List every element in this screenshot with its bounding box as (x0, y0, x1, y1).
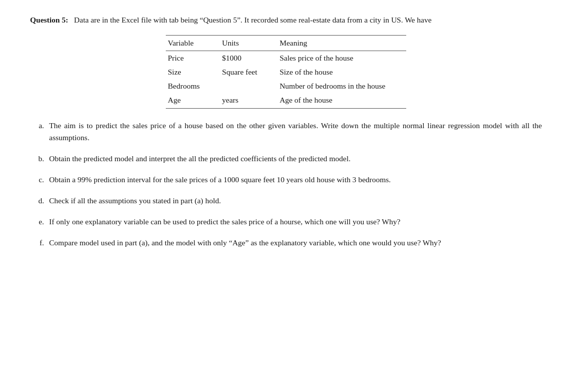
table-row: BedroomsNumber of bedrooms in the house (166, 79, 406, 93)
part-item-a: a.The aim is to predict the sales price … (30, 120, 542, 144)
part-content-2: Obtain a 99% prediction interval for the… (49, 174, 542, 186)
question-label: Question 5: (30, 16, 68, 24)
table-row: SizeSquare feetSize of the house (166, 65, 406, 79)
table-cell-0-2: Sales price of the house (277, 51, 406, 66)
part-label-5: f. (30, 237, 49, 249)
table-cell-2-0: Bedrooms (166, 79, 220, 93)
col-units: Units (220, 36, 277, 51)
table-cell-1-2: Size of the house (277, 65, 406, 79)
part-content-0: The aim is to predict the sales price of… (49, 120, 542, 144)
table-cell-1-0: Size (166, 65, 220, 79)
part-item-f: f.Compare model used in part (a), and th… (30, 237, 542, 249)
col-variable: Variable (166, 36, 220, 51)
part-label-1: b. (30, 153, 49, 165)
variables-table: Variable Units Meaning Price$1000Sales p… (166, 35, 406, 109)
table-cell-0-0: Price (166, 51, 220, 66)
part-content-3: Check if all the assumptions you stated … (49, 195, 542, 207)
question-header: Question 5: Data are in the Excel file w… (30, 14, 542, 26)
part-label-3: d. (30, 195, 49, 207)
part-content-1: Obtain the predicted model and interpret… (49, 153, 542, 165)
table-cell-0-1: $1000 (220, 51, 277, 66)
data-table-container: Variable Units Meaning Price$1000Sales p… (30, 35, 542, 109)
table-cell-3-1: years (220, 93, 277, 109)
part-label-2: c. (30, 174, 49, 186)
table-cell-2-1 (220, 79, 277, 93)
part-content-4: If only one explanatory variable can be … (49, 216, 542, 228)
table-cell-2-2: Number of bedrooms in the house (277, 79, 406, 93)
part-label-0: a. (30, 120, 49, 132)
part-content-5: Compare model used in part (a), and the … (49, 237, 542, 249)
part-item-e: e.If only one explanatory variable can b… (30, 216, 542, 228)
table-row: AgeyearsAge of the house (166, 93, 406, 109)
part-item-d: d.Check if all the assumptions you state… (30, 195, 542, 207)
table-row: Price$1000Sales price of the house (166, 51, 406, 66)
table-cell-3-2: Age of the house (277, 93, 406, 109)
table-header-row: Variable Units Meaning (166, 36, 406, 51)
part-item-c: c.Obtain a 99% prediction interval for t… (30, 174, 542, 186)
table-cell-3-0: Age (166, 93, 220, 109)
parts-list: a.The aim is to predict the sales price … (30, 120, 542, 249)
col-meaning: Meaning (277, 36, 406, 51)
part-item-b: b.Obtain the predicted model and interpr… (30, 153, 542, 165)
question-intro: Data are in the Excel file with tab bein… (74, 16, 432, 24)
part-label-4: e. (30, 216, 49, 228)
table-cell-1-1: Square feet (220, 65, 277, 79)
